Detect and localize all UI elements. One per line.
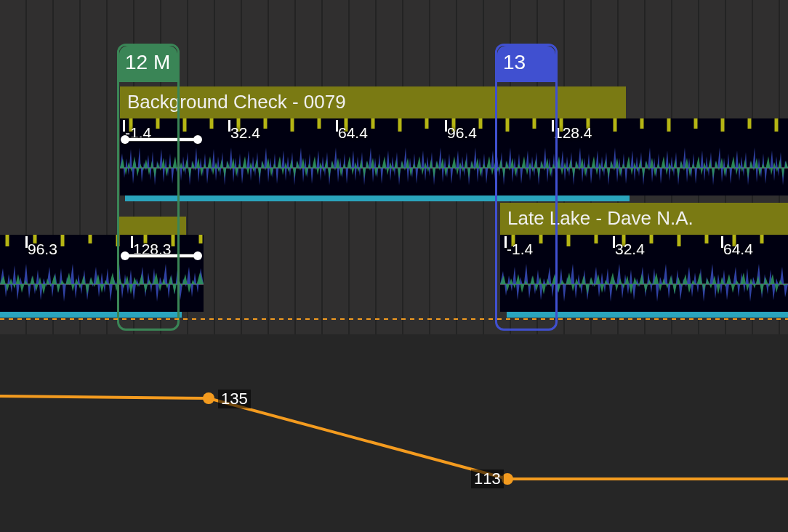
ruler-tick: 96.4: [447, 124, 477, 142]
automation-lane[interactable]: 135 113: [0, 334, 788, 532]
marker-label: 13: [497, 46, 555, 82]
automation-value: 113: [471, 469, 504, 488]
automation-divider: [0, 318, 788, 321]
ruler-tick: 96.3: [28, 241, 57, 258]
ruler-tick: 128.4: [554, 124, 592, 142]
marker-13[interactable]: 13: [495, 44, 558, 331]
ruler-tick: 64.4: [338, 124, 368, 142]
automation-point[interactable]: [203, 392, 214, 404]
marker-label: 12 M: [119, 46, 177, 82]
marker-12[interactable]: 12 M: [117, 44, 180, 331]
automation-value: 135: [218, 390, 251, 408]
ruler-tick: 32.4: [230, 124, 260, 142]
ruler-tick: 32.4: [615, 241, 645, 258]
ruler-tick: 64.4: [723, 241, 753, 258]
automation-curve[interactable]: [0, 396, 788, 479]
